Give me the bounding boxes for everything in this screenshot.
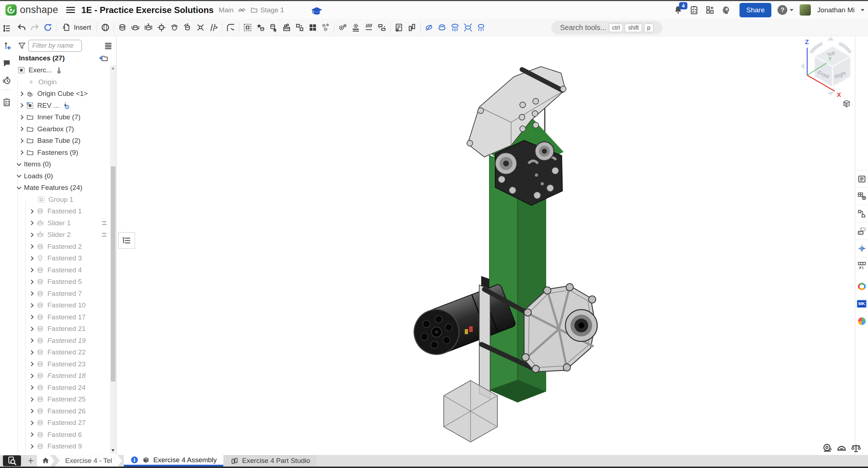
tree-row[interactable]: Fastened 2 [13,241,110,253]
chevron-right-icon[interactable] [29,244,34,249]
chevron-down-icon[interactable] [17,161,21,166]
share-button[interactable]: Share [740,3,772,17]
replicate-button[interactable] [267,20,280,35]
chevron-right-icon[interactable] [29,432,34,437]
rack-pinion-relation-button[interactable] [349,20,362,35]
3d-viewport[interactable]: Top Front Right Z X Y [117,36,855,455]
chevron-right-icon[interactable] [19,127,24,131]
mass-properties-icon[interactable] [851,443,861,454]
document-search-button[interactable] [3,455,21,466]
tab-exercise-4-tel[interactable]: Exercise 4 - Tel [55,455,122,467]
tree-row[interactable]: Slider 2 [13,229,110,241]
bill-of-materials-button[interactable] [392,20,405,35]
search-tools-button[interactable]: Search tools... ctrlshiftp [551,21,662,34]
filter-icon[interactable] [17,41,26,50]
help-icon[interactable]: ? [778,5,787,15]
animate-orbit-button[interactable] [435,20,448,35]
chevron-right-icon[interactable] [29,421,34,425]
list-view-icon[interactable] [104,41,113,51]
tree-row[interactable]: Fastened 4 [13,264,110,276]
comments-button[interactable] [0,56,13,70]
graduation-cap-icon[interactable] [311,5,323,17]
structure-flyout-button[interactable] [118,232,135,249]
scrollbar-thumb[interactable] [111,166,115,382]
scroll-down-arrow[interactable] [111,449,114,452]
appearance-panel-button[interactable] [855,239,868,257]
protractor-icon[interactable] [836,443,847,454]
tree-row[interactable]: Fastened 26 [13,405,110,417]
screw-relation-button[interactable] [362,20,375,35]
chevron-right-icon[interactable] [29,221,34,225]
tab-exercise-4-part-studio[interactable]: Exercise 4 Part Studio [224,455,317,467]
tree-row[interactable]: Fastened 7 [13,288,110,300]
create-version-button[interactable] [0,38,13,53]
chevron-right-icon[interactable] [19,92,24,96]
insert-button[interactable]: Insert [58,20,95,35]
notifications-bell-icon[interactable]: 4 [673,5,683,15]
app-quadrant-button[interactable] [855,312,868,330]
tree-row[interactable]: Group 1 [13,194,110,206]
tree-row[interactable]: Fastened 25 [13,393,110,405]
chevron-down-icon[interactable] [861,9,864,11]
tree-row[interactable]: Fastened 22 [13,346,110,358]
animate-explode-button[interactable] [475,20,488,35]
tree-row[interactable]: Fastened 6 [13,429,110,441]
chevron-right-icon[interactable] [29,256,34,261]
tree-scrollbar[interactable] [110,65,116,454]
undo-button[interactable] [15,20,28,35]
linked-documents-panel-button[interactable] [855,205,868,222]
workspace-label[interactable]: Main [219,6,233,14]
bom-table-panel-button[interactable] [855,187,868,205]
chevron-right-icon[interactable] [29,338,34,343]
redo-button[interactable] [28,20,41,35]
standard-content-button[interactable] [280,20,293,35]
history-button[interactable] [0,73,13,88]
tree-row[interactable]: REV ... [13,100,110,112]
onshape-logo-icon[interactable] [5,4,17,16]
filter-input[interactable] [28,40,82,52]
exploded-view-button[interactable] [319,20,332,35]
add-tab-button[interactable]: + [25,455,37,467]
avatar[interactable] [800,4,811,16]
tree-row[interactable]: Fastened 24 [13,382,110,394]
tree-row[interactable]: Mate Features (24) [13,182,110,194]
learning-center-icon[interactable] [721,5,731,15]
ball-mate-button[interactable] [168,20,181,35]
hamburger-menu-icon[interactable] [66,7,75,13]
chevron-right-icon[interactable] [29,303,34,308]
chevron-right-icon[interactable] [29,268,34,272]
tape-measure-icon[interactable] [822,443,833,454]
chevron-right-icon[interactable] [29,374,34,378]
group-button[interactable] [241,20,254,35]
chevron-down-icon[interactable] [17,185,21,190]
mate-connector-button[interactable] [254,20,267,35]
tab-exercise-4-assembly[interactable]: Exercise 4 Assembly [124,455,223,467]
pattern-grid-button[interactable] [306,20,319,35]
link-icon[interactable] [238,6,246,14]
tree-row[interactable]: Fastened 21 [13,323,110,335]
parallel-mate-button[interactable] [207,20,220,35]
tree-row[interactable]: Fastened 27 [13,417,110,429]
chevron-right-icon[interactable] [29,209,34,214]
add-folder-icon[interactable] [99,54,108,63]
tree-row[interactable]: Origin [13,76,110,88]
model-top-carriage[interactable] [467,67,566,205]
chevron-right-icon[interactable] [19,139,24,143]
tree-row[interactable]: Fastened 10 [13,299,110,311]
fastened-mate-button[interactable] [116,20,129,35]
chevron-right-icon[interactable] [19,150,24,155]
tree-row[interactable]: Inner Tube (7) [13,111,110,123]
tree-row[interactable]: Fastened 3 [13,252,110,264]
sync-update-button[interactable] [41,20,54,35]
tree-row[interactable]: Fastened 23 [13,358,110,370]
chevron-right-icon[interactable] [29,385,34,390]
tasks-icon[interactable] [689,5,699,15]
chevron-right-icon[interactable] [29,280,34,284]
chevron-right-icon[interactable] [19,115,24,120]
tree-row[interactable]: Origin Cube <1> [13,88,110,100]
tree-row[interactable]: Fastened 18 [13,370,110,382]
animate-rotate-button[interactable] [422,20,435,35]
chevron-right-icon[interactable] [29,350,34,355]
app-mk-button[interactable]: MK [855,295,868,312]
chevron-right-icon[interactable] [19,103,24,108]
